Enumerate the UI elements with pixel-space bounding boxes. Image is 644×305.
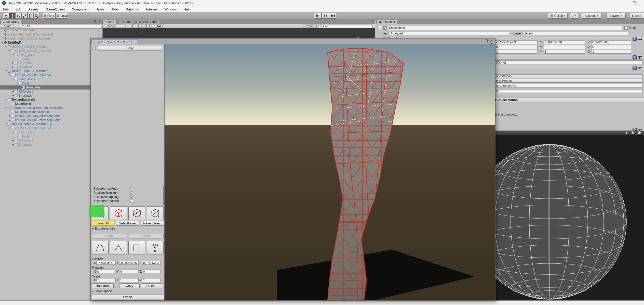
- collapse-arrow-icon[interactable]: ▼: [12, 130, 15, 134]
- hierarchy-item[interactable]: ▼ch0003_co0034_member: [0, 49, 102, 53]
- transform-tool-icon[interactable]: [34, 13, 40, 19]
- rotation-z-field[interactable]: 0: [591, 45, 631, 49]
- expand-arrow-icon[interactable]: ▶: [12, 90, 15, 94]
- hierarchy-item[interactable]: ▼ch0003_co0034_member: [0, 45, 102, 49]
- preview-titlebar[interactable]: [495, 131, 644, 135]
- minimize-button[interactable]: —: [615, 0, 627, 6]
- expand-arrow-icon[interactable]: ▶: [12, 138, 15, 143]
- redo-button[interactable]: Redo: [129, 234, 164, 238]
- collapse-arrow-icon[interactable]: ▼: [1, 41, 4, 45]
- rotation-z-input[interactable]: 0: [142, 270, 160, 273]
- collapse-arrow-icon[interactable]: ▼: [8, 126, 11, 130]
- name-field[interactable]: SelectMesh: [388, 26, 622, 30]
- expand-arrow-icon[interactable]: ▶: [12, 61, 15, 65]
- hierarchy-item[interactable]: ▼mesh_body: [0, 130, 102, 134]
- tab-scene[interactable]: Scene: [103, 20, 116, 24]
- anchor-object-field[interactable]: ne (Transform): [495, 84, 642, 88]
- gizmos-dropdown[interactable]: Gizmos▾: [302, 24, 317, 28]
- create-dropdown[interactable]: Create▾: [1, 24, 15, 28]
- hierarchy-item[interactable]: ▶Reference: [0, 138, 102, 143]
- scene-context-menu-icon[interactable]: ▾≡: [98, 28, 100, 32]
- save-option-foldout[interactable]: ▶ Save Option: [92, 289, 112, 293]
- 2d-toggle[interactable]: 2D: [129, 24, 136, 28]
- static-checkbox[interactable]: [624, 26, 628, 30]
- select-add-mode-button[interactable]: +: [92, 206, 109, 220]
- hierarchy-item[interactable]: ▶Shadows: [0, 65, 102, 69]
- keyboard-shortcut-checkbox[interactable]: [130, 199, 133, 202]
- position-y-input[interactable]: -0.08074826: [119, 261, 139, 265]
- hierarchy-item[interactable]: mesh baker tutorial (not loaded)▾≡: [0, 32, 102, 36]
- collab-button[interactable]: ✓ Collab▾: [548, 13, 568, 19]
- transform-button[interactable]: Transform: [91, 283, 114, 288]
- n-field[interactable]: n: [495, 89, 642, 93]
- remove-through-mode-button[interactable]: −: [147, 206, 164, 220]
- collapse-arrow-icon[interactable]: ▼: [5, 106, 8, 110]
- menu-window[interactable]: Window: [164, 7, 177, 11]
- hierarchy-item[interactable]: MeshBaker: [0, 102, 102, 106]
- undo-button[interactable]: Undo: [92, 234, 126, 238]
- mesh-editor-viewport[interactable]: [165, 44, 495, 300]
- select-all-button[interactable]: SelectAll: [91, 221, 114, 226]
- maximize-icon[interactable]: [485, 40, 488, 42]
- preview-play-icon[interactable]: [626, 132, 628, 134]
- menu-help[interactable]: Help: [183, 7, 191, 11]
- hierarchy-item[interactable]: ▼Body: [0, 81, 102, 85]
- move-tool-icon[interactable]: [9, 13, 15, 19]
- preset-icon[interactable]: [638, 67, 642, 70]
- collapse-arrow-icon[interactable]: ▼: [12, 53, 15, 57]
- hierarchy-item[interactable]: ▼TextureBaker (0): [0, 98, 102, 102]
- collapse-arrow-icon[interactable]: ▼: [5, 122, 8, 126]
- preset-icon[interactable]: [638, 37, 642, 41]
- position-z-input[interactable]: 0.07825763: [142, 261, 160, 265]
- tag-dropdown[interactable]: Untagged▾: [388, 32, 511, 35]
- tab-hierarchy[interactable]: ☰ Hierarchy: [1, 20, 21, 24]
- position-x-field[interactable]: -7.450581e-09: [495, 40, 538, 44]
- scale-y-input[interactable]: 1: [119, 278, 139, 282]
- scale-z-input[interactable]: 1: [142, 278, 160, 282]
- scale-z-field[interactable]: 1: [591, 50, 631, 54]
- hierarchy-search-input[interactable]: ▾ All: [20, 24, 101, 28]
- active-checkbox[interactable]: [383, 26, 387, 30]
- object-motion-row[interactable]: r Object Motion: [495, 97, 644, 102]
- export-button[interactable]: Export: [91, 295, 164, 299]
- hierarchy-item[interactable]: ▼ch0101_co0001_member: [0, 73, 102, 77]
- mesh-editor-tab[interactable]: にゃんにゃんメッシュエデ...: [91, 39, 137, 44]
- collapse-arrow-icon[interactable]: ▼: [5, 69, 8, 73]
- layout-button[interactable]: Layout: [629, 13, 644, 19]
- scale-y-field[interactable]: 1: [544, 50, 585, 54]
- collapse-arrow-icon[interactable]: ▼: [5, 98, 8, 102]
- panel-menu-icon[interactable]: ▾≡: [99, 20, 101, 23]
- hierarchy-item[interactable]: ▼mesh_body: [0, 77, 102, 81]
- hierarchy-item[interactable]: ▶ch0101_co0001_member(Clone): [0, 118, 102, 122]
- hierarchy-item[interactable]: ▼mesh_body: [0, 53, 102, 57]
- hierarchy-item[interactable]: ▶Shadows: [0, 94, 102, 98]
- rotation-y-field[interactable]: 0: [544, 45, 585, 49]
- shading-mode-dropdown[interactable]: Shaded▾: [104, 24, 127, 28]
- menu-internal[interactable]: Internal: [146, 7, 157, 11]
- tab-asset-store[interactable]: ▤ Asset Store: [136, 20, 160, 24]
- expand-arrow-icon[interactable]: ▶: [8, 118, 11, 122]
- mesh-clone-field[interactable]: (Clone): [495, 60, 642, 64]
- position-z-field[interactable]: 0.07825763: [591, 40, 631, 44]
- menu-jobs[interactable]: Jobs: [111, 7, 119, 11]
- mesh-preview-area[interactable]: [495, 135, 644, 300]
- delete-button[interactable]: Deleate: [141, 283, 163, 288]
- audio-toggle[interactable]: [146, 24, 154, 28]
- rotation-x-input[interactable]: 0: [96, 270, 116, 273]
- expand-arrow-icon[interactable]: ▶: [12, 94, 15, 98]
- select-vertex-mode-checkbox[interactable]: [130, 187, 133, 190]
- collapse-arrow-icon[interactable]: ▼: [15, 81, 18, 85]
- scale-tool-icon[interactable]: [21, 13, 28, 19]
- hierarchy-item[interactable]: ▶ch0003_co0034_member(Clone): [0, 114, 102, 118]
- help-icon[interactable]: ?: [633, 55, 637, 59]
- restore-button[interactable]: ❐: [628, 0, 640, 6]
- help-icon[interactable]: ?: [633, 66, 637, 70]
- collapse-arrow-icon[interactable]: ▼: [8, 49, 11, 53]
- add-through-mode-button[interactable]: +: [128, 206, 145, 220]
- pause-button[interactable]: [321, 13, 329, 19]
- hierarchy-item[interactable]: ▼ch0101_co0001_member: [0, 69, 102, 73]
- deselect-mode-button[interactable]: −: [110, 206, 127, 220]
- preview-light-icon[interactable]: [638, 131, 641, 134]
- body-enabled-checkbox[interactable]: [92, 46, 96, 49]
- rotate-tool-icon[interactable]: [15, 13, 21, 19]
